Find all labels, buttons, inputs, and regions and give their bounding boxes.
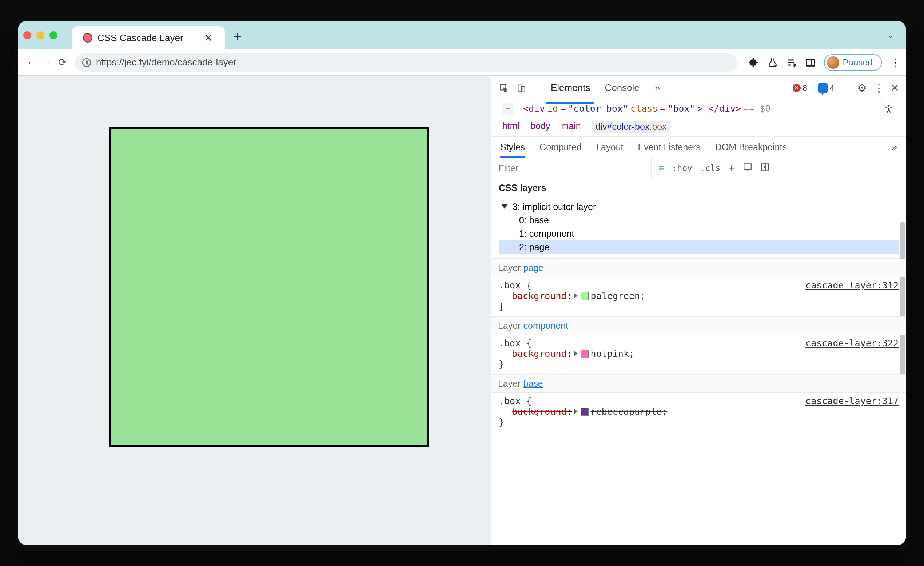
subtab-layout[interactable]: Layout [596, 138, 623, 157]
forward-button[interactable]: → [39, 55, 55, 70]
crumb-body[interactable]: body [530, 121, 550, 133]
error-icon: ✕ [793, 84, 801, 92]
svg-point-0 [774, 65, 776, 66]
layer-link[interactable]: base [523, 378, 543, 389]
subtab-styles[interactable]: Styles [500, 138, 525, 157]
expand-shorthand-icon[interactable] [574, 408, 578, 414]
reveal-parent-icon[interactable]: ⋯ [502, 102, 514, 114]
svg-rect-6 [744, 164, 752, 169]
cls-button[interactable]: .cls [700, 163, 720, 173]
profile-paused-chip[interactable]: Paused [824, 54, 882, 71]
inspect-icon[interactable] [498, 82, 510, 94]
dom-attr-id: id [547, 103, 558, 114]
layer-link[interactable]: component [523, 320, 568, 331]
color-swatch[interactable] [580, 408, 589, 416]
layer-header: Layer base [492, 374, 906, 393]
crumb-selected[interactable]: div#color-box.box [592, 121, 670, 133]
css-value[interactable]: hotpink; [591, 348, 634, 359]
more-tabs-button[interactable]: » [655, 82, 660, 93]
devtools-menu-button[interactable]: ⋮ [873, 81, 884, 94]
layer-header: Layer page [492, 259, 906, 277]
tab-console[interactable]: Console [600, 77, 644, 99]
errors-badge[interactable]: ✕ 8 [790, 83, 809, 93]
css-rule[interactable]: cascade-layer:322.box {background:hotpin… [492, 335, 906, 374]
styles-body: CSS layers 3: implicit outer layer 0: ba… [492, 178, 906, 545]
rule-source-link[interactable]: cascade-layer:312 [806, 280, 898, 291]
browser-tab[interactable]: CSS Cascade Layer ✕ [72, 26, 225, 50]
hov-button[interactable]: :hov [672, 163, 692, 173]
layer-tree-item-component[interactable]: 1: component [499, 227, 898, 240]
reload-button[interactable]: ⟳ [55, 55, 70, 70]
browser-menu-button[interactable]: ⋮ [890, 56, 900, 69]
svg-rect-1 [807, 59, 814, 66]
computed-styles-icon[interactable] [743, 162, 752, 174]
close-tab-button[interactable]: ✕ [202, 32, 214, 44]
expand-shorthand-icon[interactable] [574, 293, 578, 299]
device-toggle-icon[interactable] [516, 82, 527, 94]
crumb-html[interactable]: html [502, 121, 519, 133]
css-value[interactable]: rebeccapurple; [591, 406, 668, 417]
expand-shorthand-icon[interactable] [574, 351, 578, 356]
devtools-panel: Elements Console » ✕ 8 4 ⚙ ⋮ ✕ [491, 76, 906, 545]
playlist-icon[interactable] [786, 57, 797, 68]
subtab-event-listeners[interactable]: Event Listeners [638, 138, 700, 157]
toolbar: ← → ⟳ https://jec.fyi/demo/cascade-layer… [18, 50, 906, 76]
css-value[interactable]: palegreen; [591, 291, 646, 301]
css-property[interactable]: background [512, 348, 567, 359]
css-rule[interactable]: cascade-layer:312.box {background:palegr… [492, 277, 906, 317]
layer-tree-root[interactable]: 3: implicit outer layer [499, 200, 898, 213]
close-window-button[interactable] [23, 31, 31, 39]
dom-val-class: "box" [668, 103, 695, 114]
styles-toolbar: ≋ :hov .cls + [651, 162, 777, 174]
css-layers-title: CSS layers [492, 178, 906, 198]
toggle-sidebar-icon[interactable] [760, 162, 770, 174]
color-swatch[interactable] [580, 292, 589, 300]
layer-link[interactable]: page [523, 263, 543, 273]
site-info-icon[interactable] [82, 58, 91, 67]
back-button[interactable]: ← [24, 55, 39, 70]
dom-selected-node[interactable]: ⋯ <div id="color-box" class="box" > </di… [492, 101, 906, 117]
minimize-window-button[interactable] [36, 31, 44, 39]
css-property[interactable]: background [512, 406, 567, 417]
styles-filter-input[interactable] [492, 158, 651, 178]
layer-tree-root-label: 3: implicit outer layer [513, 201, 596, 212]
close-devtools-button[interactable]: ✕ [890, 81, 899, 94]
separator [537, 81, 537, 95]
message-icon [818, 83, 828, 93]
avatar [827, 56, 839, 69]
devtools-toolbar: Elements Console » ✕ 8 4 ⚙ ⋮ ✕ [492, 76, 906, 101]
more-subtabs-button[interactable]: » [892, 141, 897, 153]
settings-icon[interactable]: ⚙ [857, 81, 867, 94]
css-rule[interactable]: cascade-layer:317.box {background:rebecc… [492, 393, 906, 432]
color-swatch[interactable] [580, 350, 589, 358]
extensions-icon[interactable] [748, 57, 759, 68]
tab-elements[interactable]: Elements [546, 77, 594, 99]
color-box [109, 126, 429, 447]
toolbar-right: Paused ⋮ [748, 54, 900, 71]
accessibility-icon[interactable] [881, 101, 896, 116]
css-property[interactable]: background [512, 291, 567, 301]
crumb-main[interactable]: main [561, 121, 580, 133]
labs-icon[interactable] [767, 57, 778, 68]
dom-open-tag: <div [523, 103, 545, 114]
dom-attr-class: class [630, 103, 658, 114]
tab-title: CSS Cascade Layer [98, 32, 183, 44]
tab-bar: CSS Cascade Layer ✕ + ⌄ [18, 21, 906, 50]
fullscreen-window-button[interactable] [50, 31, 57, 39]
layer-tree-item-page[interactable]: 2: page [499, 240, 898, 254]
messages-badge[interactable]: 4 [816, 83, 836, 93]
disclosure-triangle-icon[interactable] [502, 204, 507, 209]
subtab-dom-breakpoints[interactable]: DOM Breakpoints [715, 138, 787, 157]
url-text: https://jec.fyi/demo/cascade-layer [96, 57, 237, 68]
rule-source-link[interactable]: cascade-layer:317 [806, 396, 898, 406]
address-bar[interactable]: https://jec.fyi/demo/cascade-layer [75, 54, 737, 72]
layer-tree-item-base[interactable]: 0: base [499, 213, 898, 227]
tabs-dropdown-button[interactable]: ⌄ [887, 30, 894, 40]
rule-source-link[interactable]: cascade-layer:322 [806, 338, 898, 348]
message-count: 4 [830, 83, 834, 93]
new-tab-button[interactable]: + [234, 29, 242, 45]
panel-icon[interactable] [805, 57, 816, 68]
layers-toggle-icon[interactable]: ≋ [659, 163, 664, 173]
new-style-rule-button[interactable]: + [728, 162, 735, 174]
subtab-computed[interactable]: Computed [540, 138, 581, 157]
